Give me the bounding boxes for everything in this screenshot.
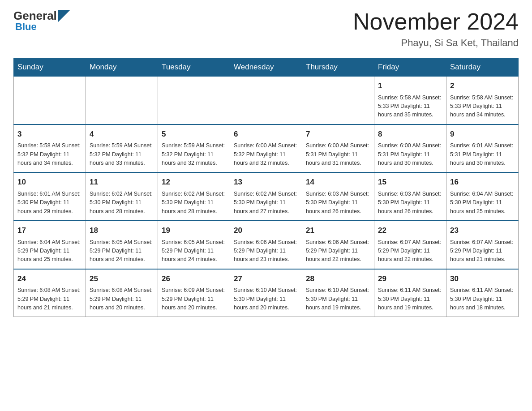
day-info: Sunrise: 6:02 AM Sunset: 5:30 PM Dayligh… <box>90 190 154 216</box>
table-row <box>230 77 302 124</box>
day-info: Sunrise: 6:06 AM Sunset: 5:29 PM Dayligh… <box>234 238 298 264</box>
day-number: 30 <box>450 273 515 285</box>
table-row: 1Sunrise: 5:58 AM Sunset: 5:33 PM Daylig… <box>374 77 446 124</box>
day-info: Sunrise: 6:00 AM Sunset: 5:32 PM Dayligh… <box>234 141 298 167</box>
day-info: Sunrise: 6:03 AM Sunset: 5:30 PM Dayligh… <box>306 190 370 216</box>
day-number: 5 <box>162 128 226 140</box>
day-info: Sunrise: 6:08 AM Sunset: 5:29 PM Dayligh… <box>17 286 82 312</box>
calendar-week-row: 17Sunrise: 6:04 AM Sunset: 5:29 PM Dayli… <box>14 221 519 269</box>
day-info: Sunrise: 6:05 AM Sunset: 5:29 PM Dayligh… <box>90 238 154 264</box>
table-row: 7Sunrise: 6:00 AM Sunset: 5:31 PM Daylig… <box>302 124 374 173</box>
table-row: 27Sunrise: 6:10 AM Sunset: 5:30 PM Dayli… <box>230 269 302 317</box>
column-header-sunday: Sunday <box>14 58 86 77</box>
calendar-week-row: 3Sunrise: 5:58 AM Sunset: 5:32 PM Daylig… <box>14 124 519 173</box>
column-header-tuesday: Tuesday <box>158 58 230 77</box>
day-info: Sunrise: 6:08 AM Sunset: 5:29 PM Dayligh… <box>90 286 154 312</box>
day-info: Sunrise: 6:04 AM Sunset: 5:29 PM Dayligh… <box>17 238 82 264</box>
day-number: 1 <box>378 80 442 92</box>
day-number: 11 <box>90 176 154 188</box>
day-info: Sunrise: 6:07 AM Sunset: 5:29 PM Dayligh… <box>450 238 515 264</box>
table-row: 14Sunrise: 6:03 AM Sunset: 5:30 PM Dayli… <box>302 172 374 221</box>
day-number: 13 <box>234 176 298 188</box>
table-row: 8Sunrise: 6:00 AM Sunset: 5:31 PM Daylig… <box>374 124 446 173</box>
day-number: 3 <box>17 128 82 140</box>
day-number: 19 <box>162 225 226 236</box>
day-info: Sunrise: 5:58 AM Sunset: 5:33 PM Dayligh… <box>378 94 442 120</box>
day-number: 4 <box>90 128 154 140</box>
table-row <box>302 77 374 124</box>
column-header-saturday: Saturday <box>446 58 519 77</box>
day-info: Sunrise: 6:01 AM Sunset: 5:31 PM Dayligh… <box>450 141 515 167</box>
column-header-thursday: Thursday <box>302 58 374 77</box>
location-title: Phayu, Si Sa Ket, Thailand <box>353 37 519 49</box>
day-number: 23 <box>450 225 515 236</box>
title-section: November 2024 Phayu, Si Sa Ket, Thailand <box>353 9 519 49</box>
table-row: 10Sunrise: 6:01 AM Sunset: 5:30 PM Dayli… <box>14 172 86 221</box>
day-number: 17 <box>17 225 82 236</box>
day-number: 15 <box>378 176 442 188</box>
page-header: General Blue November 2024 Phayu, Si Sa … <box>13 9 519 49</box>
day-number: 27 <box>234 273 298 285</box>
day-number: 24 <box>17 273 82 285</box>
day-info: Sunrise: 6:02 AM Sunset: 5:30 PM Dayligh… <box>162 190 226 216</box>
column-header-friday: Friday <box>374 58 446 77</box>
day-info: Sunrise: 6:07 AM Sunset: 5:29 PM Dayligh… <box>378 238 442 264</box>
table-row: 5Sunrise: 5:59 AM Sunset: 5:32 PM Daylig… <box>158 124 230 173</box>
month-title: November 2024 <box>353 9 519 34</box>
day-info: Sunrise: 6:10 AM Sunset: 5:30 PM Dayligh… <box>234 286 298 312</box>
logo: General Blue <box>13 9 70 33</box>
table-row: 11Sunrise: 6:02 AM Sunset: 5:30 PM Dayli… <box>86 172 158 221</box>
table-row: 16Sunrise: 6:04 AM Sunset: 5:30 PM Dayli… <box>446 172 519 221</box>
day-info: Sunrise: 6:02 AM Sunset: 5:30 PM Dayligh… <box>234 190 298 216</box>
table-row <box>158 77 230 124</box>
table-row: 29Sunrise: 6:11 AM Sunset: 5:30 PM Dayli… <box>374 269 446 317</box>
day-number: 22 <box>378 225 442 236</box>
day-number: 21 <box>306 225 370 236</box>
day-info: Sunrise: 6:00 AM Sunset: 5:31 PM Dayligh… <box>378 141 442 167</box>
table-row: 20Sunrise: 6:06 AM Sunset: 5:29 PM Dayli… <box>230 221 302 269</box>
day-info: Sunrise: 6:11 AM Sunset: 5:30 PM Dayligh… <box>378 286 442 312</box>
table-row: 4Sunrise: 5:59 AM Sunset: 5:32 PM Daylig… <box>86 124 158 173</box>
table-row: 21Sunrise: 6:06 AM Sunset: 5:29 PM Dayli… <box>302 221 374 269</box>
table-row: 30Sunrise: 6:11 AM Sunset: 5:30 PM Dayli… <box>446 269 519 317</box>
calendar-week-row: 10Sunrise: 6:01 AM Sunset: 5:30 PM Dayli… <box>14 172 519 221</box>
day-number: 8 <box>378 128 442 140</box>
day-number: 20 <box>234 225 298 236</box>
day-info: Sunrise: 6:05 AM Sunset: 5:29 PM Dayligh… <box>162 238 226 264</box>
logo-triangle-icon <box>58 10 70 22</box>
day-info: Sunrise: 6:10 AM Sunset: 5:30 PM Dayligh… <box>306 286 370 312</box>
column-header-wednesday: Wednesday <box>230 58 302 77</box>
day-info: Sunrise: 6:06 AM Sunset: 5:29 PM Dayligh… <box>306 238 370 264</box>
calendar-week-row: 1Sunrise: 5:58 AM Sunset: 5:33 PM Daylig… <box>14 77 519 124</box>
calendar-week-row: 24Sunrise: 6:08 AM Sunset: 5:29 PM Dayli… <box>14 269 519 317</box>
day-info: Sunrise: 5:58 AM Sunset: 5:32 PM Dayligh… <box>17 141 82 167</box>
calendar-header-row: SundayMondayTuesdayWednesdayThursdayFrid… <box>14 58 519 77</box>
day-number: 14 <box>306 176 370 188</box>
table-row: 9Sunrise: 6:01 AM Sunset: 5:31 PM Daylig… <box>446 124 519 173</box>
day-info: Sunrise: 6:01 AM Sunset: 5:30 PM Dayligh… <box>17 190 82 216</box>
day-number: 2 <box>450 80 515 92</box>
day-number: 29 <box>378 273 442 285</box>
table-row: 2Sunrise: 5:58 AM Sunset: 5:33 PM Daylig… <box>446 77 519 124</box>
table-row: 12Sunrise: 6:02 AM Sunset: 5:30 PM Dayli… <box>158 172 230 221</box>
day-info: Sunrise: 6:09 AM Sunset: 5:29 PM Dayligh… <box>162 286 226 312</box>
day-number: 18 <box>90 225 154 236</box>
table-row: 19Sunrise: 6:05 AM Sunset: 5:29 PM Dayli… <box>158 221 230 269</box>
day-info: Sunrise: 6:11 AM Sunset: 5:30 PM Dayligh… <box>450 286 515 312</box>
day-info: Sunrise: 5:59 AM Sunset: 5:32 PM Dayligh… <box>162 141 226 167</box>
logo-blue: Blue <box>15 21 37 33</box>
day-number: 26 <box>162 273 226 285</box>
table-row: 23Sunrise: 6:07 AM Sunset: 5:29 PM Dayli… <box>446 221 519 269</box>
table-row: 26Sunrise: 6:09 AM Sunset: 5:29 PM Dayli… <box>158 269 230 317</box>
day-info: Sunrise: 5:59 AM Sunset: 5:32 PM Dayligh… <box>90 141 154 167</box>
table-row: 18Sunrise: 6:05 AM Sunset: 5:29 PM Dayli… <box>86 221 158 269</box>
day-number: 25 <box>90 273 154 285</box>
calendar-table: SundayMondayTuesdayWednesdayThursdayFrid… <box>13 58 519 317</box>
day-number: 6 <box>234 128 298 140</box>
table-row: 15Sunrise: 6:03 AM Sunset: 5:30 PM Dayli… <box>374 172 446 221</box>
day-number: 12 <box>162 176 226 188</box>
day-number: 10 <box>17 176 82 188</box>
table-row <box>86 77 158 124</box>
day-info: Sunrise: 6:00 AM Sunset: 5:31 PM Dayligh… <box>306 141 370 167</box>
table-row: 22Sunrise: 6:07 AM Sunset: 5:29 PM Dayli… <box>374 221 446 269</box>
